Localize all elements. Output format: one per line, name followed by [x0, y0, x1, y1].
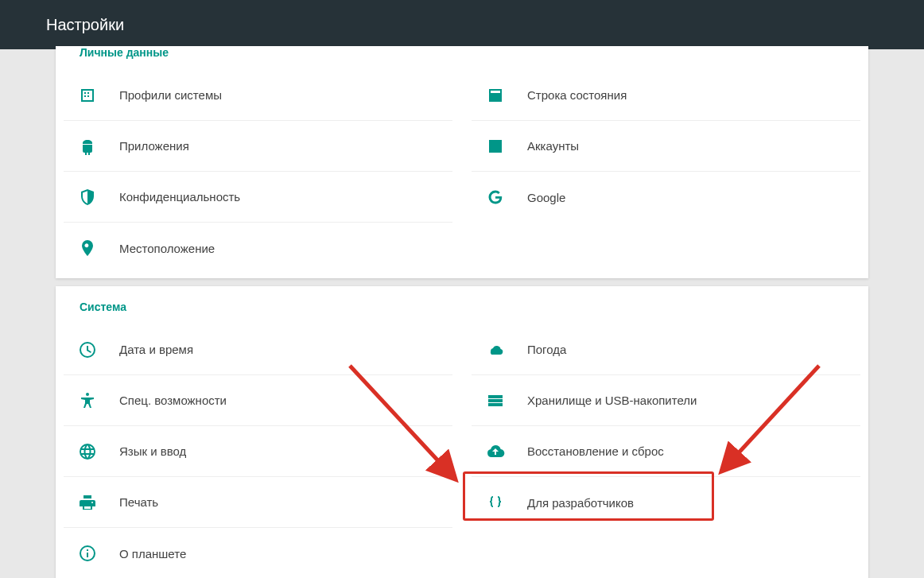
- card-system: Система Дата и время Спец. возможности Я…: [56, 286, 868, 578]
- item-language[interactable]: Язык и ввод: [64, 426, 452, 477]
- item-storage[interactable]: Хранилище и USB-накопители: [472, 375, 860, 426]
- app-header: Настройки: [0, 0, 924, 49]
- item-apps[interactable]: Приложения: [64, 121, 452, 172]
- profiles-icon: [78, 86, 97, 105]
- info-icon: [78, 544, 97, 563]
- item-label: Печать: [119, 495, 158, 509]
- section-title-system: Система: [56, 286, 868, 324]
- account-icon: [486, 137, 505, 156]
- item-about[interactable]: О планшете: [64, 528, 452, 578]
- page-title: Настройки: [46, 16, 124, 34]
- item-label: Хранилище и USB-накопители: [527, 394, 697, 407]
- braces-icon: [486, 493, 505, 512]
- item-profiles[interactable]: Профили системы: [64, 70, 452, 121]
- item-label: Аккаунты: [527, 139, 579, 153]
- card-personal: Личные данные Профили системы Приложения…: [56, 46, 868, 278]
- location-icon: [78, 239, 97, 258]
- item-privacy[interactable]: Конфиденциальность: [64, 172, 452, 223]
- item-statusbar[interactable]: Строка состояния: [472, 70, 860, 121]
- shield-icon: [78, 188, 97, 207]
- item-label: Приложения: [119, 139, 189, 153]
- clock-icon: [78, 340, 97, 359]
- item-label: Профили системы: [119, 88, 222, 102]
- item-label: О планшете: [119, 547, 186, 561]
- item-google[interactable]: Google: [472, 172, 860, 223]
- item-weather[interactable]: Погода: [472, 324, 860, 375]
- item-datetime[interactable]: Дата и время: [64, 324, 452, 375]
- item-label: Восстановление и сброс: [527, 444, 664, 458]
- item-label: Местоположение: [119, 242, 215, 255]
- accessibility-icon: [78, 391, 97, 410]
- item-accounts[interactable]: Аккаунты: [472, 121, 860, 172]
- statusbar-icon: [486, 86, 505, 105]
- item-label: Погода: [527, 343, 566, 356]
- item-label: Google: [527, 191, 565, 204]
- globe-icon: [78, 442, 97, 461]
- item-label: Язык и ввод: [119, 444, 186, 458]
- item-accessibility[interactable]: Спец. возможности: [64, 375, 452, 426]
- item-label: Строка состояния: [527, 88, 627, 102]
- google-icon: [486, 188, 505, 207]
- backup-icon: [486, 442, 505, 461]
- storage-icon: [486, 391, 505, 410]
- item-location[interactable]: Местоположение: [64, 223, 452, 273]
- item-label: Дата и время: [119, 343, 193, 356]
- item-print[interactable]: Печать: [64, 477, 452, 528]
- item-backup[interactable]: Восстановление и сброс: [472, 426, 860, 477]
- item-developer[interactable]: Для разработчиков: [472, 477, 860, 528]
- android-icon: [78, 137, 97, 156]
- printer-icon: [78, 493, 97, 512]
- item-label: Спец. возможности: [119, 394, 227, 407]
- item-label: Для разработчиков: [527, 496, 634, 510]
- weather-icon: [486, 340, 505, 359]
- section-title-personal: Личные данные: [56, 46, 868, 70]
- item-label: Конфиденциальность: [119, 190, 240, 204]
